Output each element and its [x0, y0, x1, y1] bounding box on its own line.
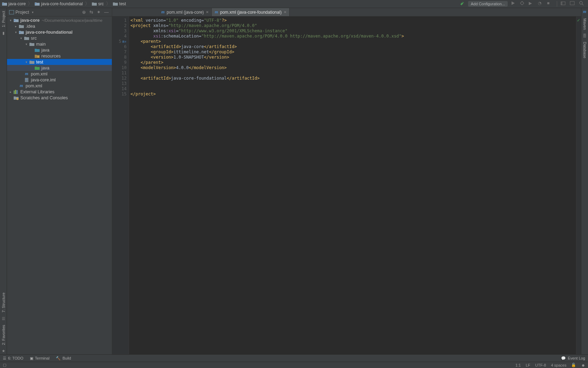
code-line[interactable]: <artifactId>java-core</artifactId> [130, 44, 576, 49]
ide-tools-icon[interactable] [570, 1, 576, 7]
tree-node[interactable]: java [7, 47, 112, 53]
project-view-icon [9, 10, 14, 14]
hide-tool-icon[interactable]: — [103, 9, 110, 15]
tree-node[interactable]: ▸.idea [7, 23, 112, 29]
editor-tab[interactable]: mpom.xml (java-core)✕ [158, 8, 212, 16]
code-line[interactable] [130, 71, 576, 76]
tree-node[interactable]: java [7, 65, 112, 71]
code-line[interactable]: xsi:schemaLocation="http://maven.apache.… [130, 34, 576, 39]
status-readonly-icon[interactable]: 🔓 [571, 363, 576, 367]
tree-node[interactable]: mpom.xml [7, 71, 112, 77]
close-icon[interactable]: ✕ [284, 10, 286, 14]
code-line[interactable]: <artifactId>java-core-foundational</arti… [130, 76, 576, 81]
build-icon[interactable] [460, 1, 465, 7]
close-icon[interactable]: ✕ [206, 10, 209, 14]
project-tool-title[interactable]: Project [15, 10, 29, 15]
maven-icon: m [19, 83, 24, 88]
editor-tab[interactable]: mpom.xml (java-core-foundational)✕ [212, 8, 290, 16]
line-number: 7 [112, 49, 127, 55]
tool-window-database[interactable]: Database [582, 39, 588, 61]
tree-node[interactable]: ▾src [7, 35, 112, 41]
project-structure-icon[interactable] [561, 1, 567, 7]
chevron-right-icon[interactable]: ▸ [8, 90, 13, 94]
tool-window-todo[interactable]: ☰ 6: TODO [3, 356, 23, 361]
chevron-down-icon[interactable]: ▾ [8, 19, 13, 22]
code-line[interactable] [130, 81, 576, 86]
stop-icon[interactable]: ■ [547, 1, 553, 7]
status-indent[interactable]: 4 spaces [551, 363, 566, 367]
svg-rect-18 [26, 79, 27, 80]
debug-icon[interactable] [520, 1, 526, 7]
tool-window-maven[interactable]: Maven [582, 15, 588, 33]
status-inspector-icon[interactable]: ☻ [581, 363, 585, 367]
tool-windows-toggle-icon[interactable]: ▢ [3, 363, 6, 367]
tree-node[interactable]: ▸External Libraries [7, 89, 112, 95]
navigation-bar: java-core〉java-core-foundational〉src〉tes… [0, 0, 588, 8]
svg-rect-16 [38, 56, 39, 58]
breadcrumb-label: java-core-foundational [41, 1, 83, 6]
tree-node-label: Scratches and Consoles [20, 95, 68, 100]
code-line[interactable]: <modelVersion>4.0.0</modelVersion> [130, 65, 576, 71]
tree-node-label: pom.xml [31, 72, 47, 76]
gutter-maven-icon[interactable]: m↑ [122, 39, 127, 44]
code-line[interactable]: <project xmlns="http://maven.apache.org/… [130, 23, 576, 28]
breadcrumb-item[interactable]: java-core [1, 1, 26, 6]
module-icon [19, 30, 24, 34]
run-icon[interactable] [511, 1, 517, 7]
chevron-down-icon[interactable]: ▾ [24, 60, 28, 64]
breadcrumb-item[interactable]: src [91, 1, 104, 6]
tree-node[interactable]: java-core.iml [7, 77, 112, 83]
tree-node[interactable]: resources [7, 53, 112, 59]
code-line[interactable]: xmlns:xsi="http://www.w3.org/2001/XMLSch… [130, 28, 576, 34]
profile-icon[interactable]: ◔ [538, 1, 544, 7]
status-line-separator[interactable]: LF [526, 363, 530, 367]
status-caret-position[interactable]: 1:1 [515, 363, 521, 367]
terminal-icon: ▣ [30, 356, 33, 361]
tree-node[interactable]: mpom.xml [7, 83, 112, 89]
editor-body[interactable]: 12345m↑6789101112131415 <?xml version="1… [112, 16, 581, 354]
status-encoding[interactable]: UTF-8 [535, 363, 546, 367]
collapse-icon[interactable]: ⇆ [88, 9, 94, 15]
settings-gear-icon[interactable]: ✶ [96, 9, 102, 15]
code-line[interactable]: <groupId>ittimeline.net</groupId> [130, 49, 576, 55]
tool-window-terminal[interactable]: ▣ Terminal [30, 356, 50, 361]
left-tool-stripe: 1: Project ▮ 7: Structure ☰ 2: Favorites… [0, 8, 7, 354]
breadcrumb-item[interactable]: java-core-foundational [34, 1, 83, 6]
tree-node[interactable]: ▾java-core~/Documents/workspace/java/itt… [7, 17, 112, 23]
svg-rect-21 [16, 90, 18, 94]
bookmark-icon[interactable]: ▮ [2, 31, 5, 35]
code-line[interactable]: <version>1.0-SNAPSHOT</version> [130, 55, 576, 60]
breadcrumb-item[interactable]: test [112, 1, 127, 6]
tool-window-event-log[interactable]: 💬 Event Log [561, 356, 585, 361]
right-tool-stripe: m Maven 🗄 Database [581, 8, 588, 354]
chevron-down-icon[interactable]: ▾ [14, 31, 18, 34]
tree-node[interactable]: ▾main [7, 41, 112, 47]
code-line[interactable]: </project> [130, 92, 576, 97]
code-line[interactable]: <?xml version="1.0" encoding="UTF-8"?> [130, 18, 576, 23]
tree-node[interactable]: Scratches and Consoles [7, 95, 112, 101]
locate-icon[interactable]: ⊕ [81, 9, 87, 15]
line-number: 8 [112, 55, 127, 60]
todo-icon: ☰ [3, 356, 6, 361]
project-tree[interactable]: ▾java-core~/Documents/workspace/java/itt… [7, 16, 112, 101]
search-everywhere-icon[interactable] [579, 1, 585, 7]
tool-window-favorites[interactable]: 2: Favorites [1, 322, 6, 348]
tree-node[interactable]: ▾java-core-foundational [7, 29, 112, 35]
add-configuration-button[interactable]: Add Configuration... [468, 1, 508, 7]
tree-node[interactable]: ▾test [7, 59, 112, 65]
tool-window-build[interactable]: 🔨 Build [56, 356, 71, 361]
chevron-down-icon[interactable]: ▾ [24, 42, 28, 46]
editor-code[interactable]: <?xml version="1.0" encoding="UTF-8"?><p… [129, 16, 576, 354]
code-line[interactable]: </parent> [130, 60, 576, 65]
run-coverage-icon[interactable]: ▶ [529, 1, 535, 7]
tool-window-project[interactable]: 1: Project [1, 8, 6, 30]
code-line[interactable] [130, 86, 576, 92]
chevron-down-icon[interactable]: ▾ [19, 36, 23, 40]
chevron-right-icon[interactable]: ▸ [14, 25, 18, 28]
project-view-dropdown-icon[interactable]: ▾ [32, 11, 34, 14]
code-line[interactable]: <parent> [130, 39, 576, 44]
tree-node-label: pom.xml [26, 83, 42, 88]
tool-window-structure[interactable]: 7: Structure [1, 290, 6, 315]
svg-point-10 [580, 1, 582, 4]
folder-icon [29, 42, 35, 46]
